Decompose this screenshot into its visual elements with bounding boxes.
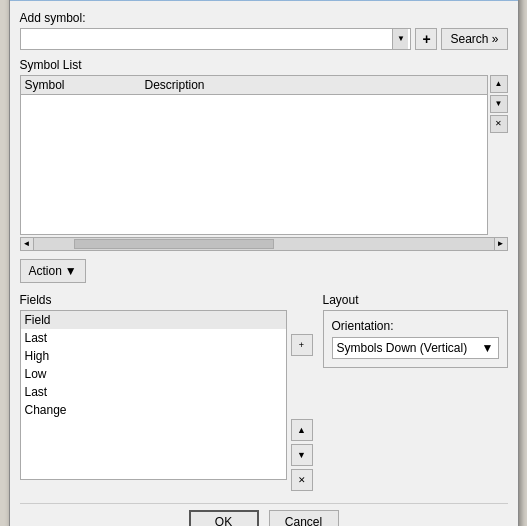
symbol-list-scrollbar: ▲ ▼ ✕	[490, 75, 508, 235]
fields-section: Fields FieldLastHighLowLastChange + ▲ ▼ …	[20, 293, 313, 491]
add-symbol-row: ▼ + Search »	[20, 28, 508, 50]
scroll-remove-button[interactable]: ✕	[490, 115, 508, 133]
col-symbol-header: Symbol	[25, 78, 145, 92]
horiz-scroll-track[interactable]	[34, 237, 494, 251]
action-button-arrow-icon: ▼	[65, 264, 77, 278]
fields-right-col: + ▲ ▼ ✕	[291, 310, 313, 491]
orientation-value: Symbols Down (Vertical)	[337, 341, 468, 355]
window-body: Add symbol: ▼ + Search » Symbol List Sym…	[10, 1, 518, 527]
symbol-table-header: Symbol Description	[21, 76, 487, 95]
symbol-table: Symbol Description	[20, 75, 488, 235]
field-item[interactable]: Last	[21, 329, 286, 347]
bottom-section: Fields FieldLastHighLowLastChange + ▲ ▼ …	[20, 293, 508, 491]
field-item[interactable]: Low	[21, 365, 286, 383]
field-item[interactable]: Change	[21, 401, 286, 419]
bottom-bar: OK Cancel	[20, 503, 508, 527]
symbol-list-label: Symbol List	[20, 58, 508, 72]
fields-remove-button[interactable]: ✕	[291, 469, 313, 491]
fields-down-button[interactable]: ▼	[291, 444, 313, 466]
scroll-up-button[interactable]: ▲	[490, 75, 508, 93]
ok-button[interactable]: OK	[189, 510, 259, 527]
add-symbol-plus-button[interactable]: +	[415, 28, 437, 50]
fields-add-button[interactable]: +	[291, 334, 313, 356]
fields-up-button[interactable]: ▲	[291, 419, 313, 441]
action-button-label: Action	[29, 264, 62, 278]
search-button[interactable]: Search »	[441, 28, 507, 50]
fields-layout-row: FieldLastHighLowLastChange + ▲ ▼ ✕	[20, 310, 313, 491]
field-item[interactable]: High	[21, 347, 286, 365]
col-description-header: Description	[145, 78, 483, 92]
symbol-list-container: Symbol Description ▲ ▼ ✕ ◄ ►	[20, 75, 508, 251]
action-button[interactable]: Action ▼	[20, 259, 86, 283]
horiz-scroll-thumb	[74, 239, 274, 249]
fields-box-wrap: FieldLastHighLowLastChange	[20, 310, 287, 480]
scroll-down-button[interactable]: ▼	[490, 95, 508, 113]
orientation-combo[interactable]: Symbols Down (Vertical) ▼	[332, 337, 499, 359]
symbol-list-inner: Symbol Description ▲ ▼ ✕	[20, 75, 508, 235]
layout-label: Layout	[323, 293, 508, 307]
fields-label: Fields	[20, 293, 313, 307]
add-symbol-label: Add symbol:	[20, 11, 508, 25]
cancel-button[interactable]: Cancel	[269, 510, 339, 527]
field-item[interactable]: Field	[21, 311, 286, 329]
orientation-arrow-icon: ▼	[482, 341, 494, 355]
horiz-scroll-left-button[interactable]: ◄	[20, 237, 34, 251]
layout-section: Layout Orientation: Symbols Down (Vertic…	[323, 293, 508, 491]
orientation-label: Orientation:	[332, 319, 499, 333]
fields-box[interactable]: FieldLastHighLowLastChange	[20, 310, 287, 480]
horiz-scroll-right-button[interactable]: ►	[494, 237, 508, 251]
combo-arrow-icon[interactable]: ▼	[392, 29, 408, 49]
quotes-window: Quotes ✕ Add symbol: ▼ + Search » Symbol…	[9, 0, 519, 526]
field-item[interactable]: Last	[21, 383, 286, 401]
symbol-table-body[interactable]	[21, 95, 487, 225]
add-symbol-combo[interactable]: ▼	[20, 28, 412, 50]
horiz-scrollbar: ◄ ►	[20, 237, 508, 251]
layout-group: Orientation: Symbols Down (Vertical) ▼	[323, 310, 508, 368]
